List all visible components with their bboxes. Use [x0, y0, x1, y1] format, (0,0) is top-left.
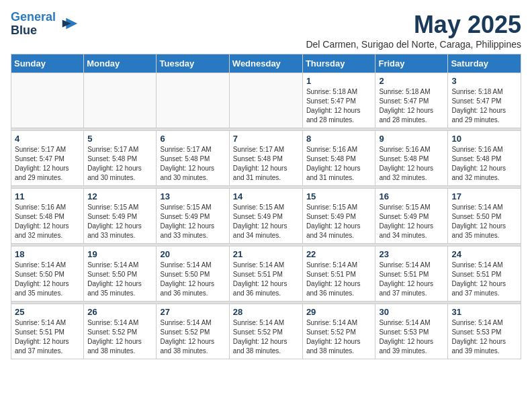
day-number: 18 [15, 249, 80, 259]
day-number: 1 [306, 76, 372, 86]
calendar-cell: 18Sunrise: 5:14 AM Sunset: 5:50 PM Dayli… [11, 246, 84, 302]
calendar-cell [11, 73, 84, 128]
day-info: Sunrise: 5:17 AM Sunset: 5:48 PM Dayligh… [87, 145, 152, 183]
calendar-cell: 2Sunrise: 5:18 AM Sunset: 5:47 PM Daylig… [375, 73, 448, 128]
day-info: Sunrise: 5:17 AM Sunset: 5:48 PM Dayligh… [160, 145, 225, 183]
day-number: 10 [451, 134, 517, 144]
calendar-cell [84, 73, 157, 128]
calendar-cell: 7Sunrise: 5:17 AM Sunset: 5:48 PM Daylig… [229, 131, 302, 186]
day-number: 29 [306, 307, 372, 317]
day-info: Sunrise: 5:17 AM Sunset: 5:48 PM Dayligh… [233, 145, 299, 183]
title-block: May 2025 Del Carmen, Surigao del Norte, … [306, 11, 521, 50]
day-number: 2 [379, 76, 444, 86]
calendar-cell [157, 73, 229, 128]
calendar-table: SundayMondayTuesdayWednesdayThursdayFrid… [11, 54, 521, 359]
weekday-header-sunday: Sunday [11, 54, 84, 73]
calendar-cell: 5Sunrise: 5:17 AM Sunset: 5:48 PM Daylig… [84, 131, 157, 186]
calendar-cell: 27Sunrise: 5:14 AM Sunset: 5:52 PM Dayli… [157, 304, 229, 359]
day-info: Sunrise: 5:15 AM Sunset: 5:49 PM Dayligh… [306, 203, 372, 240]
day-number: 15 [306, 191, 372, 201]
day-number: 20 [160, 249, 225, 259]
calendar-cell: 6Sunrise: 5:17 AM Sunset: 5:48 PM Daylig… [157, 131, 229, 186]
calendar-cell: 15Sunrise: 5:15 AM Sunset: 5:49 PM Dayli… [302, 189, 375, 244]
calendar-cell: 11Sunrise: 5:16 AM Sunset: 5:48 PM Dayli… [11, 189, 84, 244]
day-number: 27 [160, 307, 225, 317]
calendar-cell: 13Sunrise: 5:15 AM Sunset: 5:49 PM Dayli… [157, 189, 229, 244]
day-info: Sunrise: 5:14 AM Sunset: 5:51 PM Dayligh… [233, 261, 299, 298]
day-number: 13 [160, 191, 225, 201]
calendar-cell: 28Sunrise: 5:14 AM Sunset: 5:52 PM Dayli… [229, 304, 302, 359]
day-number: 30 [379, 307, 444, 317]
day-info: Sunrise: 5:14 AM Sunset: 5:52 PM Dayligh… [87, 318, 152, 356]
day-info: Sunrise: 5:14 AM Sunset: 5:50 PM Dayligh… [451, 203, 517, 240]
day-number: 31 [451, 307, 517, 317]
day-info: Sunrise: 5:15 AM Sunset: 5:49 PM Dayligh… [160, 203, 225, 240]
day-number: 19 [87, 249, 152, 259]
calendar-cell: 21Sunrise: 5:14 AM Sunset: 5:51 PM Dayli… [229, 246, 302, 302]
calendar-week-3: 11Sunrise: 5:16 AM Sunset: 5:48 PM Dayli… [11, 189, 521, 244]
day-number: 7 [233, 134, 299, 144]
day-info: Sunrise: 5:18 AM Sunset: 5:47 PM Dayligh… [379, 87, 444, 125]
calendar-week-2: 4Sunrise: 5:17 AM Sunset: 5:47 PM Daylig… [11, 131, 521, 186]
day-number: 11 [15, 191, 80, 201]
day-number: 16 [379, 191, 444, 201]
calendar-week-5: 25Sunrise: 5:14 AM Sunset: 5:51 PM Dayli… [11, 304, 521, 359]
calendar-cell: 4Sunrise: 5:17 AM Sunset: 5:47 PM Daylig… [11, 131, 84, 186]
day-number: 4 [15, 134, 80, 144]
calendar-cell: 1Sunrise: 5:18 AM Sunset: 5:47 PM Daylig… [302, 73, 375, 128]
day-number: 8 [306, 134, 372, 144]
weekday-header-row: SundayMondayTuesdayWednesdayThursdayFrid… [11, 54, 521, 73]
day-number: 22 [306, 249, 372, 259]
calendar-cell: 24Sunrise: 5:14 AM Sunset: 5:51 PM Dayli… [448, 246, 521, 302]
calendar-cell: 10Sunrise: 5:16 AM Sunset: 5:48 PM Dayli… [448, 131, 521, 186]
day-info: Sunrise: 5:14 AM Sunset: 5:51 PM Dayligh… [451, 261, 517, 298]
weekday-header-tuesday: Tuesday [157, 54, 229, 73]
calendar-cell: 12Sunrise: 5:15 AM Sunset: 5:49 PM Dayli… [84, 189, 157, 244]
day-number: 14 [233, 191, 299, 201]
day-number: 17 [451, 191, 517, 201]
day-info: Sunrise: 5:16 AM Sunset: 5:48 PM Dayligh… [379, 145, 444, 183]
weekday-header-thursday: Thursday [302, 54, 375, 73]
calendar-cell: 29Sunrise: 5:14 AM Sunset: 5:52 PM Dayli… [302, 304, 375, 359]
day-info: Sunrise: 5:14 AM Sunset: 5:50 PM Dayligh… [87, 261, 152, 298]
calendar-cell: 22Sunrise: 5:14 AM Sunset: 5:51 PM Dayli… [302, 246, 375, 302]
calendar-week-1: 1Sunrise: 5:18 AM Sunset: 5:47 PM Daylig… [11, 73, 521, 128]
month-title: May 2025 [306, 11, 521, 39]
day-info: Sunrise: 5:14 AM Sunset: 5:51 PM Dayligh… [379, 261, 444, 298]
calendar-cell: 16Sunrise: 5:15 AM Sunset: 5:49 PM Dayli… [375, 189, 448, 244]
calendar-cell: 25Sunrise: 5:14 AM Sunset: 5:51 PM Dayli… [11, 304, 84, 359]
day-info: Sunrise: 5:16 AM Sunset: 5:48 PM Dayligh… [451, 145, 517, 183]
day-info: Sunrise: 5:15 AM Sunset: 5:49 PM Dayligh… [233, 203, 299, 240]
subtitle: Del Carmen, Surigao del Norte, Caraga, P… [306, 39, 521, 50]
day-number: 5 [87, 134, 152, 144]
weekday-header-monday: Monday [84, 54, 157, 73]
logo: GeneralBlue [11, 11, 79, 38]
day-info: Sunrise: 5:14 AM Sunset: 5:53 PM Dayligh… [451, 318, 517, 356]
calendar-cell: 8Sunrise: 5:16 AM Sunset: 5:48 PM Daylig… [302, 131, 375, 186]
calendar-cell: 17Sunrise: 5:14 AM Sunset: 5:50 PM Dayli… [448, 189, 521, 244]
weekday-header-friday: Friday [375, 54, 448, 73]
day-info: Sunrise: 5:14 AM Sunset: 5:50 PM Dayligh… [160, 261, 225, 298]
day-info: Sunrise: 5:14 AM Sunset: 5:50 PM Dayligh… [15, 261, 80, 298]
day-number: 9 [379, 134, 444, 144]
day-number: 3 [451, 76, 517, 86]
day-info: Sunrise: 5:18 AM Sunset: 5:47 PM Dayligh… [306, 87, 372, 125]
day-info: Sunrise: 5:16 AM Sunset: 5:48 PM Dayligh… [15, 203, 80, 240]
logo-icon [60, 15, 79, 34]
day-number: 6 [160, 134, 225, 144]
calendar-cell: 9Sunrise: 5:16 AM Sunset: 5:48 PM Daylig… [375, 131, 448, 186]
weekday-header-wednesday: Wednesday [229, 54, 302, 73]
calendar-cell: 20Sunrise: 5:14 AM Sunset: 5:50 PM Dayli… [157, 246, 229, 302]
day-info: Sunrise: 5:14 AM Sunset: 5:53 PM Dayligh… [379, 318, 444, 356]
day-info: Sunrise: 5:14 AM Sunset: 5:52 PM Dayligh… [306, 318, 372, 356]
day-info: Sunrise: 5:14 AM Sunset: 5:51 PM Dayligh… [306, 261, 372, 298]
calendar-cell: 31Sunrise: 5:14 AM Sunset: 5:53 PM Dayli… [448, 304, 521, 359]
page-header: GeneralBlue May 2025 Del Carmen, Surigao… [11, 11, 521, 50]
day-info: Sunrise: 5:17 AM Sunset: 5:47 PM Dayligh… [15, 145, 80, 183]
day-number: 12 [87, 191, 152, 201]
weekday-header-saturday: Saturday [448, 54, 521, 73]
day-info: Sunrise: 5:16 AM Sunset: 5:48 PM Dayligh… [306, 145, 372, 183]
day-info: Sunrise: 5:14 AM Sunset: 5:52 PM Dayligh… [160, 318, 225, 356]
day-number: 26 [87, 307, 152, 317]
day-info: Sunrise: 5:15 AM Sunset: 5:49 PM Dayligh… [87, 203, 152, 240]
